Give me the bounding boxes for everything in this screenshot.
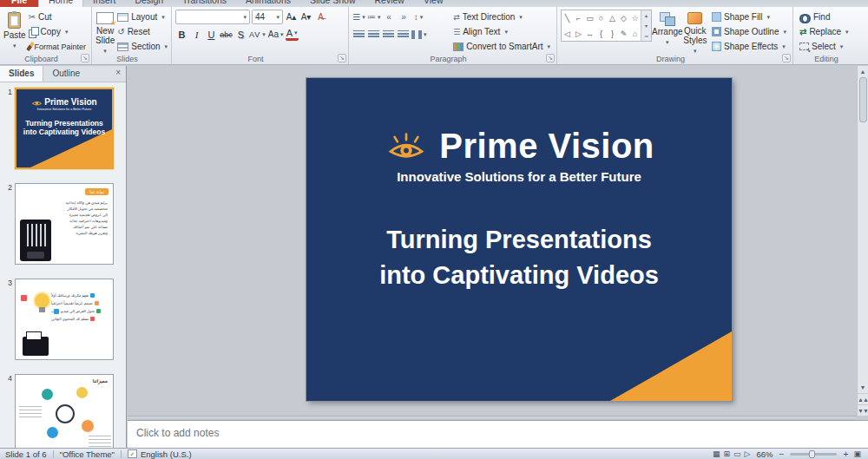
text-shadow-button[interactable]: S bbox=[234, 27, 247, 42]
shape-brace-left-icon[interactable]: { bbox=[595, 26, 607, 42]
slide-thumbnail-1[interactable]: 1 Prime Vision Innovative Solutions for … bbox=[0, 88, 126, 169]
shape-elbow-icon[interactable]: ⌐ bbox=[573, 10, 584, 26]
replace-button[interactable]: ⇄ Replace bbox=[797, 24, 852, 39]
slide-canvas[interactable]: Prime Vision Innovative Solutions for a … bbox=[306, 78, 732, 401]
zoom-slider-thumb[interactable] bbox=[809, 450, 815, 458]
shape-rectangle-icon[interactable]: ▭ bbox=[584, 10, 595, 26]
shape-effects-button[interactable]: Shape Effects bbox=[709, 39, 789, 54]
decrease-indent-button[interactable]: « bbox=[383, 10, 396, 24]
zoom-out-button[interactable]: − bbox=[777, 449, 786, 459]
tab-slides-thumbnails[interactable]: Slides bbox=[0, 66, 43, 82]
bold-button[interactable]: B bbox=[175, 27, 188, 42]
clipboard-dialog-launcher[interactable]: ↘ bbox=[81, 54, 89, 62]
close-panel-button[interactable]: × bbox=[110, 66, 126, 82]
bullets-button[interactable]: ☰ bbox=[352, 10, 365, 24]
drawing-dialog-launcher[interactable]: ↘ bbox=[782, 54, 791, 62]
format-painter-button[interactable]: Format Painter bbox=[26, 39, 89, 54]
zoom-in-button[interactable]: + bbox=[841, 449, 850, 459]
character-spacing-button[interactable]: AV bbox=[249, 27, 266, 42]
tab-outline[interactable]: Outline bbox=[43, 66, 89, 82]
shape-freeform-icon[interactable]: ✎ bbox=[618, 26, 629, 42]
tab-file[interactable]: File bbox=[0, 0, 38, 7]
text-direction-button[interactable]: ⇄ Text Direction bbox=[450, 10, 553, 24]
align-left-button[interactable] bbox=[352, 27, 365, 42]
section-button[interactable]: Section bbox=[115, 39, 170, 54]
paragraph-dialog-launcher[interactable]: ↘ bbox=[546, 54, 555, 62]
cut-button[interactable]: ✂ Cut bbox=[26, 10, 89, 24]
previous-slide-button[interactable]: ▲▲ bbox=[858, 393, 868, 404]
slide-thumbnail-3[interactable]: 3 نفهم فكرتك ورسالتك أولاً نصمم عرضاً تق… bbox=[0, 279, 126, 360]
scrollbar-thumb[interactable] bbox=[859, 77, 867, 122]
thumbnail-slide-1[interactable]: Prime Vision Innovative Solutions for a … bbox=[15, 88, 114, 169]
shape-double-arrow-icon[interactable]: ↔ bbox=[584, 26, 595, 42]
gallery-up-icon[interactable]: ▴ bbox=[641, 10, 651, 21]
shape-home-icon[interactable]: ⌂ bbox=[629, 26, 641, 42]
shapes-gallery-scroll[interactable]: ▴ ▾ ≂ bbox=[641, 10, 651, 41]
shape-star-icon[interactable]: ☆ bbox=[629, 10, 641, 26]
quick-styles-button[interactable]: Quick Styles bbox=[683, 10, 708, 56]
tab-animations[interactable]: Animations bbox=[236, 0, 300, 7]
underline-button[interactable]: U bbox=[205, 27, 218, 42]
thumbnail-slide-3[interactable]: نفهم فكرتك ورسالتك أولاً نصمم عرضاً تقدي… bbox=[15, 279, 114, 360]
thumbnail-slide-2[interactable]: نبذة عنا برايم فيجن هي وكالة إبداعية متخ… bbox=[15, 183, 114, 265]
tab-design[interactable]: Design bbox=[125, 0, 173, 7]
slide-thumbnail-2[interactable]: 2 نبذة عنا برايم فيجن هي وكالة إبداعية م… bbox=[0, 183, 126, 265]
shape-brace-right-icon[interactable]: } bbox=[607, 26, 618, 42]
tab-slide-show[interactable]: Slide Show bbox=[300, 0, 365, 7]
theme-name[interactable]: "Office Theme" bbox=[60, 449, 115, 459]
slide-show-button[interactable]: ▷ bbox=[745, 449, 751, 458]
numbering-button[interactable]: ≔ bbox=[367, 10, 381, 24]
shape-oval-icon[interactable]: ○ bbox=[595, 10, 607, 26]
tab-home[interactable]: Home bbox=[38, 0, 83, 7]
gallery-down-icon[interactable]: ▾ bbox=[641, 21, 651, 31]
shape-outline-button[interactable]: Shape Outline bbox=[709, 24, 789, 39]
slide-thumbnail-4[interactable]: 4 مميزاتنا bbox=[0, 374, 126, 448]
vertical-scrollbar[interactable]: ▲ ▼ ▲▲ ▼▼ bbox=[857, 66, 868, 416]
italic-button[interactable]: I bbox=[190, 27, 203, 42]
shapes-gallery[interactable]: ╲ ⌐ ▭ ○ △ ◇ ☆ ◁ ▷ ↔ { } ✎ ⌂ ▴ ▾ bbox=[561, 10, 652, 42]
clear-formatting-button[interactable]: A̶ bbox=[314, 10, 327, 24]
shape-triangle-icon[interactable]: △ bbox=[607, 10, 618, 26]
align-right-button[interactable] bbox=[382, 27, 395, 42]
align-text-button[interactable]: ☰ Align Text bbox=[450, 24, 553, 39]
layout-button[interactable]: Layout bbox=[115, 10, 170, 24]
shape-arrow-right-icon[interactable]: ▷ bbox=[573, 26, 584, 42]
scroll-down-icon[interactable]: ▼ bbox=[858, 382, 868, 393]
paste-button[interactable]: Paste bbox=[3, 10, 26, 56]
zoom-slider[interactable] bbox=[790, 453, 837, 456]
new-slide-button[interactable]: New Slide bbox=[95, 10, 115, 56]
strikethrough-button[interactable]: abc bbox=[220, 27, 233, 42]
reset-button[interactable]: ↺ Reset bbox=[115, 24, 170, 39]
shape-line-icon[interactable]: ╲ bbox=[562, 10, 573, 26]
select-button[interactable]: Select bbox=[797, 39, 852, 54]
copy-button[interactable]: Copy bbox=[26, 24, 89, 39]
justify-button[interactable] bbox=[397, 27, 410, 42]
font-name-combo[interactable]: ▾ bbox=[175, 10, 250, 24]
font-size-combo[interactable]: 44 ▾ bbox=[252, 10, 283, 24]
change-case-button[interactable]: Aa bbox=[268, 27, 284, 42]
tab-review[interactable]: Review bbox=[365, 0, 414, 7]
slide-title[interactable]: Turning Presentations into Captivating V… bbox=[379, 222, 659, 293]
find-button[interactable]: Find bbox=[797, 10, 852, 24]
tab-transitions[interactable]: Transitions bbox=[173, 0, 236, 7]
shape-fill-button[interactable]: Shape Fill bbox=[709, 10, 789, 24]
line-spacing-button[interactable]: ↕ bbox=[412, 10, 425, 24]
columns-button[interactable] bbox=[411, 27, 427, 42]
thumbnail-slide-4[interactable]: مميزاتنا bbox=[15, 374, 114, 448]
align-center-button[interactable] bbox=[367, 27, 380, 42]
spell-check-icon[interactable]: ✓ bbox=[128, 449, 137, 458]
shape-arrow-left-icon[interactable]: ◁ bbox=[562, 26, 573, 42]
increase-indent-button[interactable]: » bbox=[398, 10, 411, 24]
tab-view[interactable]: View bbox=[414, 0, 453, 7]
font-dialog-launcher[interactable]: ↘ bbox=[338, 54, 346, 62]
shape-diamond-icon[interactable]: ◇ bbox=[618, 10, 629, 26]
normal-view-button[interactable]: ▦ bbox=[713, 449, 720, 458]
language-indicator[interactable]: English (U.S.) bbox=[141, 449, 192, 459]
arrange-button[interactable]: Arrange bbox=[652, 10, 683, 56]
shrink-font-button[interactable]: A▾ bbox=[299, 10, 312, 24]
convert-to-smartart-button[interactable]: Convert to SmartArt bbox=[450, 39, 553, 54]
next-slide-button[interactable]: ▼▼ bbox=[858, 404, 868, 416]
font-color-button[interactable]: A bbox=[286, 28, 299, 41]
reading-view-button[interactable]: ▭ bbox=[733, 449, 741, 458]
slide-sorter-view-button[interactable]: ⊞ bbox=[723, 449, 730, 458]
